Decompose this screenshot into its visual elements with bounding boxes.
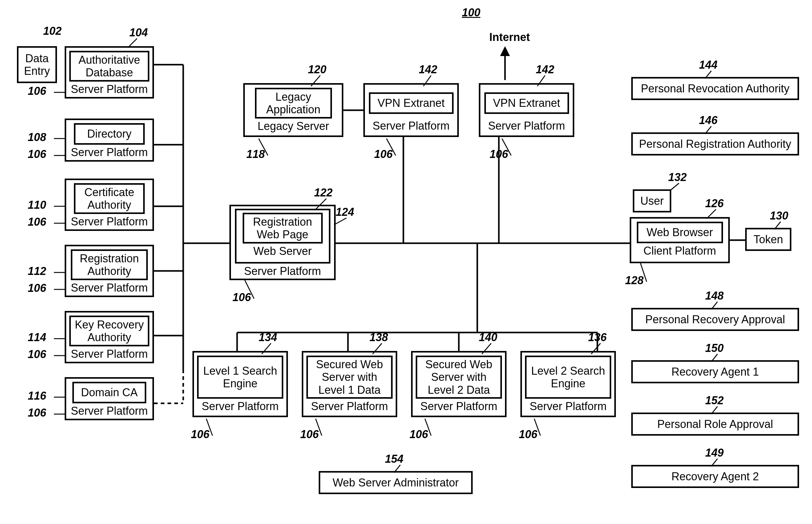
level2-search-box: Level 2 Search Engine: [525, 356, 611, 399]
personal-recovery-approval-box: Personal Recovery Approval: [631, 308, 799, 331]
directory-box: Directory: [74, 123, 145, 145]
secured-web-l1-platform: Secured Web Server with Level 1 Data Ser…: [302, 351, 397, 417]
ref-106-i: 106: [232, 291, 251, 304]
ref-110: 110: [28, 199, 46, 212]
vpn-extranet-2: VPN Extranet Server Platform: [479, 83, 574, 137]
ref-126: 126: [705, 197, 724, 210]
client-platform-label: Client Platform: [643, 244, 716, 257]
token-box: Token: [745, 228, 791, 251]
ref-106-f: 106: [28, 406, 46, 419]
ref-130: 130: [770, 209, 788, 222]
web-browser-box: Web Browser: [637, 222, 723, 243]
secured-web-l2-platform: Secured Web Server with Level 2 Data Ser…: [411, 351, 506, 417]
svg-marker-20: [500, 46, 510, 56]
key-recovery-box: Key Recovery Authority: [69, 315, 149, 346]
registration-server-platform: Registration Web Page Web Server Server …: [229, 205, 336, 280]
server-platform-label: Server Platform: [71, 146, 148, 159]
web-server-admin-box: Web Server Administrator: [319, 471, 473, 494]
ref-104: 104: [129, 26, 148, 39]
ref-106-m: 106: [519, 428, 537, 441]
ref-146: 146: [699, 114, 717, 127]
reg-authority-platform: Registration Authority Server Platform: [65, 245, 154, 297]
ref-106-b: 106: [28, 148, 46, 161]
server-platform-label: Server Platform: [530, 400, 606, 412]
ref-106-l: 106: [409, 428, 428, 441]
server-platform-label: Server Platform: [71, 281, 148, 294]
legacy-app-box: Legacy Application: [255, 88, 332, 118]
ref-140: 140: [479, 331, 497, 344]
domain-ca-platform: Domain CA Server Platform: [65, 377, 154, 420]
key-recovery-platform: Key Recovery Authority Server Platform: [65, 311, 154, 363]
personal-role-approval-box: Personal Role Approval: [631, 412, 799, 436]
cert-authority-box: Certificate Authority: [74, 183, 145, 214]
recovery-agent-2-box: Recovery Agent 2: [631, 465, 799, 488]
level2-search-platform: Level 2 Search Engine Server Platform: [520, 351, 616, 417]
ref-142-b: 142: [536, 63, 554, 76]
web-server-label: Web Server: [254, 245, 312, 257]
server-platform-label: Server Platform: [420, 400, 497, 412]
secured-web-l2-box: Secured Web Server with Level 2 Data: [416, 356, 502, 399]
ref-142-a: 142: [419, 63, 437, 76]
ref-148: 148: [705, 290, 724, 302]
ref-136: 136: [588, 331, 606, 344]
authoritative-db-platform: Authoritative Database Server Platform: [65, 46, 154, 99]
server-platform-label: Server Platform: [71, 405, 148, 417]
server-platform-label: Server Platform: [488, 119, 565, 132]
server-platform-label: Server Platform: [71, 215, 148, 228]
ref-106-j: 106: [191, 428, 209, 441]
ref-106-g: 106: [374, 148, 393, 161]
svg-line-41: [334, 218, 346, 225]
ref-106-k: 106: [300, 428, 319, 441]
ref-118: 118: [246, 148, 265, 161]
ref-124: 124: [336, 206, 354, 218]
data-entry-box: Data Entry: [17, 46, 57, 83]
ref-106-h: 106: [490, 148, 508, 161]
ref-152: 152: [705, 394, 724, 407]
ref-120: 120: [308, 63, 326, 76]
level1-search-platform: Level 1 Search Engine Server Platform: [193, 351, 288, 417]
server-platform-label: Server Platform: [71, 348, 148, 360]
user-box: User: [633, 189, 671, 212]
ref-106-a: 106: [28, 85, 46, 98]
ref-112: 112: [28, 265, 46, 278]
secured-web-l1-box: Secured Web Server with Level 1 Data: [306, 356, 393, 399]
ref-106-e: 106: [28, 348, 46, 361]
legacy-server: Legacy Application Legacy Server: [243, 83, 343, 137]
ref-149: 149: [705, 446, 724, 459]
ref-154: 154: [385, 453, 403, 465]
server-platform-label: Server Platform: [244, 265, 321, 277]
vpn-extranet-1-box: VPN Extranet: [369, 92, 454, 114]
registration-web-page-box: Registration Web Page: [243, 213, 323, 244]
reg-authority-box: Registration Authority: [71, 249, 148, 280]
authoritative-db-box: Authoritative Database: [69, 51, 149, 82]
server-platform-label: Server Platform: [71, 83, 148, 95]
client-platform: Web Browser Client Platform: [630, 217, 730, 263]
ref-102: 102: [37, 24, 68, 37]
cert-authority-platform: Certificate Authority Server Platform: [65, 179, 154, 231]
ref-122: 122: [314, 186, 332, 199]
personal-registration-authority-box: Personal Registration Authority: [631, 132, 799, 155]
ref-108: 108: [28, 131, 46, 144]
ref-138: 138: [370, 331, 388, 344]
ref-106-d: 106: [28, 282, 46, 295]
ref-114: 114: [28, 331, 46, 344]
ref-106-c: 106: [28, 215, 46, 228]
ref-132: 132: [668, 171, 687, 184]
internet-label: Internet: [487, 31, 533, 44]
ref-116: 116: [28, 390, 46, 403]
ref-128: 128: [625, 274, 644, 287]
recovery-agent-1-box: Recovery Agent 1: [631, 360, 799, 383]
ref-134: 134: [259, 331, 277, 344]
server-platform-label: Server Platform: [373, 119, 450, 132]
directory-platform: Directory Server Platform: [65, 118, 154, 162]
domain-ca-box: Domain CA: [72, 382, 146, 403]
ref-144: 144: [699, 59, 717, 71]
legacy-server-label: Legacy Server: [257, 120, 329, 132]
vpn-extranet-1: VPN Extranet Server Platform: [363, 83, 459, 137]
personal-revocation-authority-box: Personal Revocation Authority: [631, 77, 799, 100]
ref-150: 150: [705, 342, 724, 355]
web-server-box: Registration Web Page Web Server: [235, 209, 330, 264]
figure-ref: 100: [453, 6, 490, 19]
vpn-extranet-2-box: VPN Extranet: [484, 92, 569, 114]
level1-search-box: Level 1 Search Engine: [197, 356, 283, 399]
